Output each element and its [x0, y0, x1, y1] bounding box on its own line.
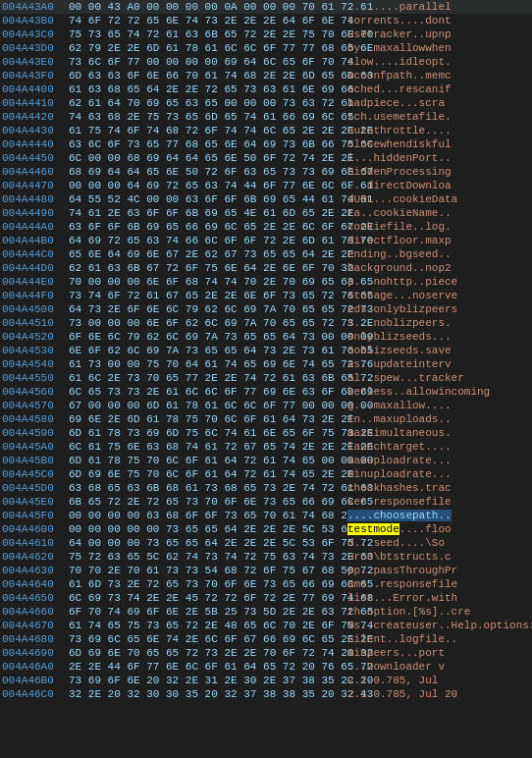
hex-bytes-cell: 6D 63 63 6F 6E 66 70 61 74 68 2E 2E 6D 6…: [69, 69, 344, 82]
hex-bytes-cell: 74 63 68 2E 75 73 65 6D 65 74 61 66 69 6…: [69, 110, 344, 124]
table-row: 004A46A02E 2E 44 6F 77 6E 6C 6F 61 64 65…: [0, 660, 532, 674]
hex-bytes-cell: 64 55 52 4C 00 00 63 6F 6F 6B 69 65 44 6…: [69, 192, 344, 206]
hex-bytes-cell: 70 70 2E 70 61 73 73 54 68 72 6F 75 67 6…: [69, 564, 344, 577]
hex-bytes-cell: 63 6F 6F 6B 69 65 66 69 6C 65 2E 2E 6C 6…: [69, 220, 344, 234]
hex-bytes-cell: 74 6F 72 72 65 6E 74 73 2E 2E 2E 64 6F 6…: [69, 14, 344, 27]
table-row: 004A45206F 6E 6C 79 62 6C 69 7A 73 65 65…: [0, 330, 532, 344]
ascii-cell: storage...noserve: [344, 289, 532, 302]
ascii-cell: p...nohttp..piece: [344, 275, 532, 289]
address-cell: 004A4580: [0, 412, 69, 426]
hex-bytes-cell: 00 00 00 00 63 68 6F 6F 73 65 70 61 74 6…: [69, 509, 344, 522]
hex-bytes-cell: 63 6C 6F 73 65 77 68 65 6E 64 69 73 6B 6…: [69, 137, 344, 151]
table-row: 004A44A063 6F 6F 6B 69 65 66 69 6C 65 2E…: [0, 220, 532, 234]
ascii-cell: by..maxallowwhen: [344, 41, 532, 55]
hex-bytes-cell: 73 00 00 00 6E 6F 62 6C 69 7A 70 65 65 7…: [69, 316, 344, 330]
address-cell: 004A4610: [0, 536, 69, 550]
address-cell: 004A45F0: [0, 509, 69, 522]
ascii-cell: noblizseeds.save: [344, 344, 532, 357]
ascii-cell: kerless..allowincoming: [344, 385, 532, 399]
ascii-cell: usetracker..upnp: [344, 27, 532, 41]
hex-bytes-cell: 62 61 64 70 69 65 63 65 00 00 00 73 63 7…: [69, 96, 344, 110]
table-row: 004A46506C 69 73 74 2E 2E 45 72 72 6F 72…: [0, 591, 532, 605]
ascii-cell: onlyblizseeds...: [344, 330, 532, 344]
address-cell: 004A4490: [0, 206, 69, 220]
address-cell: 004A46B0: [0, 674, 69, 687]
table-row: 004A43F06D 63 63 6F 6E 66 70 61 74 68 2E…: [0, 69, 532, 82]
hex-bytes-cell: 61 75 74 6F 74 68 72 6F 74 74 6C 65 2E 2…: [69, 124, 344, 137]
address-cell: 004A43E0: [0, 55, 69, 69]
hex-bytes-cell: 64 69 72 65 63 74 66 6C 6F 6F 72 2E 6D 6…: [69, 234, 344, 247]
hex-bytes-cell: 62 61 63 6B 67 72 6F 75 6E 64 2E 6E 6F 7…: [69, 261, 344, 275]
address-cell: 004A4530: [0, 344, 69, 357]
address-cell: 004A4470: [0, 179, 69, 192]
table-row: 004A44F073 74 6F 72 61 67 65 2E 2E 6E 6F…: [0, 289, 532, 302]
ascii-cell: ...Downloader v: [344, 660, 532, 674]
hex-bytes-cell: 32 2E 20 32 30 30 35 20 32 37 38 38 35 2…: [69, 687, 344, 701]
hex-bytes-cell: 61 6C 2E 73 70 65 77 2E 2E 74 72 61 63 6…: [69, 371, 344, 385]
table-row: 004A44E070 00 00 00 6E 6F 68 74 74 70 2E…: [0, 275, 532, 289]
table-row: 004A45E06B 65 72 2E 72 65 73 70 6F 6E 73…: [0, 495, 532, 509]
table-row: 004A447000 00 00 64 69 72 65 63 74 44 6F…: [0, 179, 532, 192]
address-cell: 004A4400: [0, 82, 69, 96]
hex-bytes-cell: 2E 2E 44 6F 77 6E 6C 6F 61 64 65 72 20 7…: [69, 660, 344, 674]
table-row: 004A464061 6D 73 2E 72 65 73 70 6F 6E 73…: [0, 577, 532, 591]
ascii-cell: ta..cookieName..: [344, 206, 532, 220]
address-cell: 004A4430: [0, 124, 69, 137]
address-cell: 004A4680: [0, 632, 69, 646]
table-row: 004A458069 6E 2E 6D 61 78 75 70 6C 6F 61…: [0, 412, 532, 426]
table-row: 004A449074 61 2E 63 6F 6F 6B 69 65 4E 61…: [0, 206, 532, 220]
table-row: 004A440061 63 68 65 64 2E 2E 72 65 73 63…: [0, 82, 532, 96]
hex-bytes-cell: 61 73 00 00 75 70 64 61 74 65 69 6E 74 6…: [69, 357, 344, 371]
hex-bytes-cell: 6C 69 73 74 2E 2E 45 72 72 6F 72 2E 77 6…: [69, 591, 344, 605]
hex-bytes-cell: 73 6C 6F 77 00 00 00 00 69 64 6C 65 6F 7…: [69, 55, 344, 69]
hex-view: 004A43A000 00 43 A0 00 00 00 00 0A 00 00…: [0, 0, 532, 701]
address-cell: 004A4480: [0, 192, 69, 206]
ascii-cell: minuploadrate...: [344, 467, 532, 481]
hex-bytes-cell: 6C 61 75 6E 63 68 74 61 72 67 65 74 2E 2…: [69, 440, 344, 454]
address-cell: 004A4650: [0, 591, 69, 605]
address-cell: 004A44D0: [0, 261, 69, 275]
address-cell: 004A4670: [0, 619, 69, 632]
table-row: 004A454061 73 00 00 75 70 64 61 74 65 69…: [0, 357, 532, 371]
table-row: 004A461064 00 00 00 73 65 65 64 2E 2E 2E…: [0, 536, 532, 550]
hex-bytes-cell: 00 00 00 00 00 73 65 65 64 2E 2E 2E 5C 5…: [69, 522, 344, 536]
hex-bytes-cell: 73 69 6F 6E 20 32 2E 31 2E 30 2E 37 38 3…: [69, 674, 344, 687]
table-row: 004A45306E 6F 62 6C 69 7A 73 65 65 64 73…: [0, 344, 532, 357]
choosepath-highlight: ....choosepath..: [347, 510, 452, 521]
address-cell: 004A4550: [0, 371, 69, 385]
address-cell: 004A4410: [0, 96, 69, 110]
address-cell: 004A44A0: [0, 220, 69, 234]
table-row: 004A45F000 00 00 00 63 68 6F 6F 73 65 70…: [0, 509, 532, 522]
ascii-cell: al..spew...tracker: [344, 371, 532, 385]
hex-bytes-cell: 74 61 2E 63 6F 6F 6B 69 65 4E 61 6D 65 2…: [69, 206, 344, 220]
hex-bytes-cell: 73 74 6F 72 61 67 65 2E 2E 6E 6F 73 65 7…: [69, 289, 344, 302]
table-row: 004A451073 00 00 00 6E 6F 62 6C 69 7A 70…: [0, 316, 532, 330]
hex-bytes-cell: 65 6E 64 69 6E 67 2E 62 67 73 65 65 64 2…: [69, 247, 344, 261]
table-row: 004A43E073 6C 6F 77 00 00 00 00 69 64 6C…: [0, 55, 532, 69]
address-cell: 004A4560: [0, 385, 69, 399]
address-cell: 004A4620: [0, 550, 69, 564]
hex-bytes-cell: 6C 65 73 73 2E 61 6C 6C 6F 77 69 6E 63 6…: [69, 385, 344, 399]
ascii-cell: d...seed....\So: [344, 536, 532, 550]
hex-bytes-cell: 64 00 00 00 73 65 65 64 2E 2E 2E 5C 53 6…: [69, 536, 344, 550]
table-row: 004A45C06D 69 6E 75 70 6C 6F 61 64 72 61…: [0, 467, 532, 481]
address-cell: 004A44B0: [0, 234, 69, 247]
ascii-cell: in..maxuploads..: [344, 412, 532, 426]
address-cell: 004A4520: [0, 330, 69, 344]
table-row: 004A467061 74 65 75 73 65 72 2E 48 65 6C…: [0, 619, 532, 632]
hex-bytes-cell: 6C 00 00 68 69 64 64 65 6E 50 6F 72 74 2…: [69, 151, 344, 165]
hex-bytes-cell: 6B 65 72 2E 72 65 73 70 6F 6E 73 65 66 6…: [69, 495, 344, 509]
address-cell: 004A46A0: [0, 660, 69, 674]
address-cell: 004A44E0: [0, 275, 69, 289]
hex-bytes-cell: 67 00 00 00 6D 61 78 61 6C 6C 6F 77 00 0…: [69, 399, 344, 412]
table-row: 004A446068 69 64 64 65 6E 50 72 6F 63 65…: [0, 165, 532, 179]
ascii-cell: ........parallel: [344, 0, 532, 14]
table-row: 004A448064 55 52 4C 00 00 63 6F 6F 6B 69…: [0, 192, 532, 206]
table-row: 004A44B064 69 72 65 63 74 66 6C 6F 6F 72…: [0, 234, 532, 247]
ascii-cell: launchtarget....: [344, 440, 532, 454]
address-cell: 004A45A0: [0, 440, 69, 454]
table-row: 004A43C075 73 65 74 72 61 63 6B 65 72 2E…: [0, 27, 532, 41]
table-row: 004A46906D 69 6E 70 65 65 72 73 2E 2E 70…: [0, 646, 532, 660]
ascii-cell: urce\btstructs.c: [344, 550, 532, 564]
table-row: 004A43D062 79 2E 2E 6D 61 78 61 6C 6C 6F…: [0, 41, 532, 55]
